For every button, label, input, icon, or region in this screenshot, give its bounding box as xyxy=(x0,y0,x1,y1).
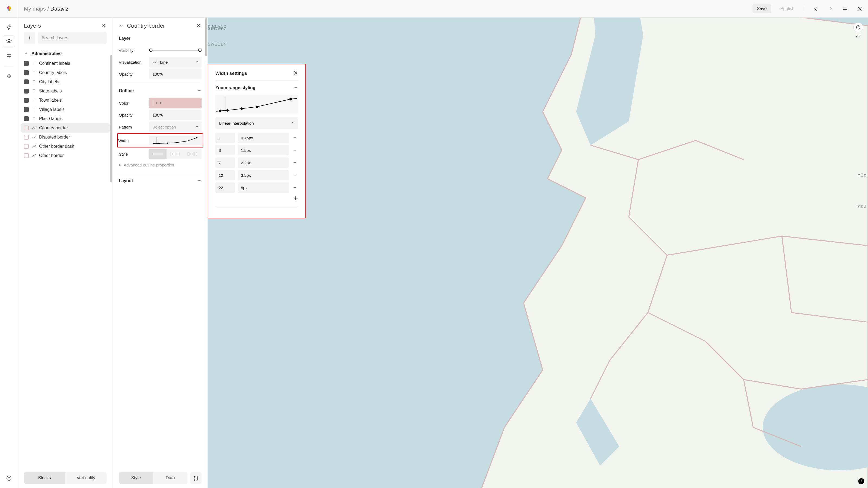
tab-verticality[interactable]: Verticality xyxy=(65,472,107,484)
layer-row[interactable]: Other border xyxy=(21,151,110,160)
rail-help[interactable] xyxy=(3,472,15,484)
close-app-button[interactable] xyxy=(855,4,865,13)
breadcrumb-parent[interactable]: My maps / xyxy=(24,6,51,12)
search-layers-input[interactable] xyxy=(38,32,106,44)
rail-extensions[interactable] xyxy=(3,70,15,83)
svg-point-12 xyxy=(153,143,155,144)
remove-stop-button[interactable] xyxy=(291,159,299,166)
stop-value-input[interactable]: 2.2px xyxy=(238,158,289,168)
save-button[interactable]: Save xyxy=(752,4,771,13)
layer-visibility-checkbox[interactable] xyxy=(24,89,29,94)
style-dotted[interactable] xyxy=(184,149,202,159)
layer-visibility-checkbox[interactable] xyxy=(24,98,29,103)
rail-bolt[interactable] xyxy=(3,22,15,33)
layer-row[interactable]: Disputed border xyxy=(21,133,110,142)
section-outline[interactable]: Outline xyxy=(119,88,202,94)
popover-title: Width settings xyxy=(215,71,247,76)
text-icon xyxy=(31,89,36,94)
text-icon xyxy=(31,70,36,75)
interpolation-select[interactable]: Linear interpolation xyxy=(215,118,299,129)
layer-label: City labels xyxy=(39,79,59,84)
zoom-range-styling-header[interactable]: Zoom range styling xyxy=(215,85,299,91)
layer-visibility-checkbox[interactable] xyxy=(24,135,29,140)
line-icon xyxy=(31,126,36,130)
label-opacity: Opacity xyxy=(119,72,146,76)
layer-visibility-checkbox[interactable] xyxy=(24,126,29,130)
zoom-indicator[interactable]: 2.7 xyxy=(854,23,863,38)
layer-row[interactable]: Country border xyxy=(21,123,110,133)
layer-row[interactable]: Continent labels xyxy=(21,59,110,68)
layer-row[interactable]: Country labels xyxy=(21,68,110,77)
rail-layers[interactable] xyxy=(3,35,15,47)
layer-row[interactable]: Town labels xyxy=(21,96,110,105)
stop-value-input[interactable]: 1.5px xyxy=(238,145,289,155)
stop-value-input[interactable]: 8px xyxy=(238,183,289,193)
zoom-stop-row: 72.2px xyxy=(215,158,299,168)
info-icon[interactable]: i xyxy=(858,478,864,484)
remove-stop-button[interactable] xyxy=(291,172,299,178)
layer-visibility-checkbox[interactable] xyxy=(24,70,29,75)
stop-value-input[interactable]: 3.5px xyxy=(238,170,289,180)
remove-stop-button[interactable] xyxy=(291,134,299,141)
details-close[interactable] xyxy=(196,23,202,29)
collapse-icon[interactable] xyxy=(197,178,202,184)
code-button[interactable]: { } xyxy=(190,472,202,484)
menu-button[interactable] xyxy=(840,4,850,13)
layer-visibility-checkbox[interactable] xyxy=(24,61,29,66)
tab-style[interactable]: Style xyxy=(119,472,153,484)
add-layer-button[interactable] xyxy=(24,32,35,44)
section-layout[interactable]: Layout xyxy=(119,178,202,184)
tab-data[interactable]: Data xyxy=(153,472,188,484)
layer-visibility-checkbox[interactable] xyxy=(24,107,29,112)
layer-visibility-checkbox[interactable] xyxy=(24,79,29,84)
stop-zoom-input[interactable]: 3 xyxy=(215,145,235,155)
layer-row[interactable]: Place labels xyxy=(21,114,110,123)
layer-row[interactable]: State labels xyxy=(21,87,110,96)
popover-close[interactable] xyxy=(293,70,299,76)
line-icon xyxy=(31,153,36,158)
zoom-stop-row: 228px xyxy=(215,183,299,193)
layer-label: Village labels xyxy=(39,107,65,112)
opacity-input[interactable]: 100% xyxy=(149,69,202,79)
stop-zoom-input[interactable]: 7 xyxy=(215,158,235,168)
label-outline-opacity: Opacity xyxy=(119,113,146,118)
layer-group-administrative[interactable]: Administrative xyxy=(21,48,110,59)
layer-visibility-checkbox[interactable] xyxy=(24,153,29,158)
rail-sliders[interactable] xyxy=(3,50,15,62)
layers-close[interactable] xyxy=(101,23,106,29)
stop-value-input[interactable]: 0.75px xyxy=(238,133,289,143)
zoom-curve-editor[interactable] xyxy=(215,95,299,113)
outline-opacity-input[interactable]: 100% xyxy=(149,109,202,120)
advanced-outline-toggle[interactable]: Advanced outline properties xyxy=(119,160,202,170)
collapse-icon[interactable] xyxy=(197,88,202,94)
visibility-slider[interactable] xyxy=(149,47,202,53)
breadcrumb-current[interactable]: Dataviz xyxy=(51,6,69,12)
layer-visibility-checkbox[interactable] xyxy=(24,144,29,149)
pattern-select[interactable]: Select option xyxy=(149,122,202,132)
map-canvas[interactable]: CELAND NORWAY FINLAND SWEDEN MARK BELARU… xyxy=(208,18,868,488)
back-button[interactable] xyxy=(811,4,821,13)
app-logo[interactable] xyxy=(0,0,18,18)
visualization-select[interactable]: Line xyxy=(149,57,202,67)
remove-stop-button[interactable] xyxy=(291,147,299,154)
line-style-segment xyxy=(149,149,202,159)
style-solid[interactable] xyxy=(149,149,166,159)
layer-visibility-checkbox[interactable] xyxy=(24,116,29,121)
add-stop-button[interactable] xyxy=(293,195,299,202)
collapse-icon[interactable] xyxy=(293,85,299,91)
layer-row[interactable]: Village labels xyxy=(21,105,110,114)
stop-zoom-input[interactable]: 1 xyxy=(215,133,235,143)
layer-row[interactable]: City labels xyxy=(21,77,110,87)
breadcrumb[interactable]: My maps / Dataviz xyxy=(24,6,69,12)
stop-zoom-input[interactable]: 22 xyxy=(215,183,235,193)
width-curve-preview[interactable] xyxy=(149,135,202,145)
tab-blocks[interactable]: Blocks xyxy=(24,472,65,484)
stop-zoom-input[interactable]: 12 xyxy=(215,170,235,180)
layers-list[interactable]: Administrative Continent labelsCountry l… xyxy=(18,47,113,469)
svg-point-14 xyxy=(166,142,168,144)
color-picker[interactable] xyxy=(149,98,202,108)
compass-icon[interactable] xyxy=(854,23,863,32)
layer-row[interactable]: Other border dash xyxy=(21,142,110,151)
style-dashed[interactable] xyxy=(166,149,184,159)
remove-stop-button[interactable] xyxy=(291,184,299,191)
